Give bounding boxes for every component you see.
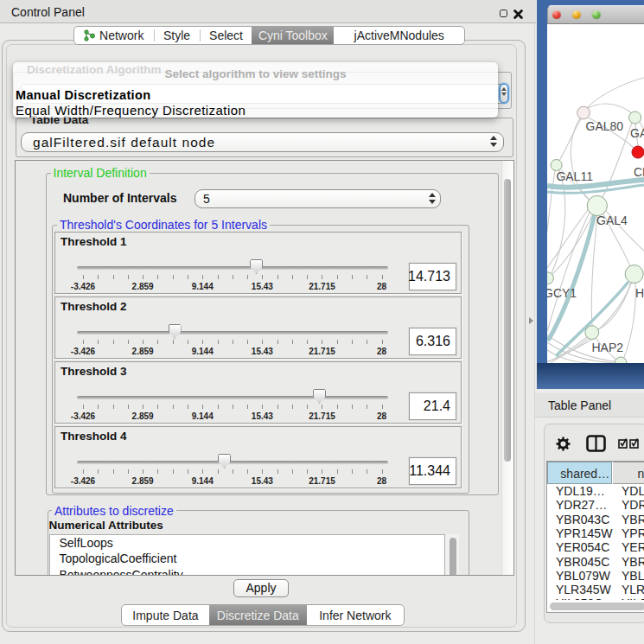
svg-text:GCY1: GCY1	[547, 286, 577, 300]
svg-text:HI: HI	[635, 286, 644, 300]
svg-text:CD: CD	[634, 165, 644, 179]
svg-text:GA: GA	[630, 126, 644, 140]
svg-text:GAL11: GAL11	[556, 169, 593, 183]
svg-text:GAL80: GAL80	[586, 119, 624, 133]
svg-text:HAP2: HAP2	[592, 341, 624, 354]
svg-text:GAL4: GAL4	[596, 214, 628, 227]
